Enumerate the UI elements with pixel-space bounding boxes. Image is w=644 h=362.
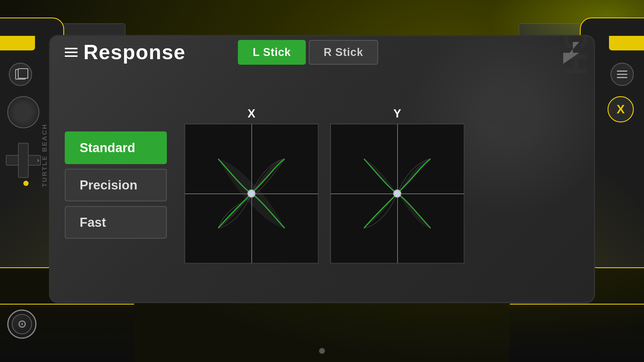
brand-label-left: TURTLE BEACH xyxy=(41,123,48,187)
copy-button[interactable] xyxy=(9,63,32,86)
left-thumbstick[interactable] xyxy=(7,96,39,128)
header: Response L Stick R Stick xyxy=(50,36,594,68)
shoulder-accent-left xyxy=(0,36,35,50)
tab-r-stick[interactable]: R Stick xyxy=(309,40,378,65)
main-wrapper: TURTLE BEACH › ⊙ xyxy=(0,0,644,362)
menu-line xyxy=(617,71,627,72)
xbox-inner: ⊙ xyxy=(12,314,32,334)
mode-standard-button[interactable]: Standard xyxy=(65,131,167,164)
screen-content: TURTLE BEACH Response L Stick xyxy=(50,36,594,302)
x-chart-container: X xyxy=(184,107,318,263)
stick-tabs: L Stick R Stick xyxy=(238,40,378,65)
y-chart-box xyxy=(330,124,464,263)
dpad[interactable]: › xyxy=(6,143,41,178)
xbox-logo: ⊙ xyxy=(7,310,36,339)
xbox-x-icon: ⊙ xyxy=(18,318,26,330)
page-title: Response xyxy=(83,41,186,64)
copy-icon xyxy=(15,69,26,80)
phone-screen: TURTLE BEACH Response L Stick xyxy=(49,35,595,303)
menu-button[interactable] xyxy=(610,63,634,86)
charts-area: X xyxy=(184,107,579,263)
x-chart-box xyxy=(184,124,318,263)
menu-line xyxy=(617,77,627,78)
hamburger-icon[interactable] xyxy=(65,48,78,57)
header-title-area: Response xyxy=(65,41,186,64)
dpad-right-arrow-icon: › xyxy=(37,157,39,164)
y-chart-label: Y xyxy=(393,107,401,120)
x-chart-center-dot xyxy=(247,189,256,198)
shoulder-accent-right xyxy=(609,36,644,50)
mode-precision-button[interactable]: Precision xyxy=(65,169,167,201)
tab-l-stick[interactable]: L Stick xyxy=(238,40,306,65)
y-chart-center-dot xyxy=(393,189,401,198)
accent-dot-left xyxy=(23,181,29,186)
brand-logo-icon xyxy=(563,42,579,64)
x-chart-label: X xyxy=(248,107,256,120)
controller-body: TURTLE BEACH › ⊙ xyxy=(0,0,644,362)
hamburger-line-3 xyxy=(65,55,78,57)
hamburger-line-1 xyxy=(65,48,78,49)
menu-line xyxy=(617,74,627,75)
mode-panel: Standard Precision Fast xyxy=(65,131,167,239)
right-grip-bottom xyxy=(510,304,644,362)
x-button-label: X xyxy=(617,102,625,116)
x-button[interactable]: X xyxy=(608,96,634,122)
svg-marker-0 xyxy=(563,42,579,64)
hamburger-line-2 xyxy=(65,52,78,53)
main-content: Standard Precision Fast X xyxy=(50,68,594,302)
logo-area xyxy=(563,42,579,65)
indicator-dot xyxy=(319,348,325,354)
dpad-vertical xyxy=(18,143,29,178)
mode-fast-button[interactable]: Fast xyxy=(65,206,167,239)
y-chart-container: Y xyxy=(330,107,464,263)
